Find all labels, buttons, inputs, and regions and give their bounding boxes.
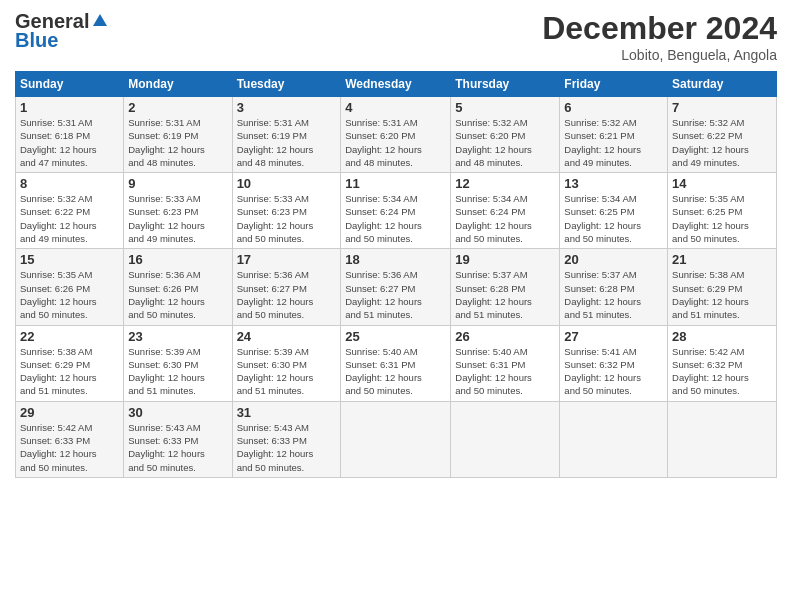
calendar-cell: 24Sunrise: 5:39 AM Sunset: 6:30 PM Dayli… [232, 325, 341, 401]
col-wednesday: Wednesday [341, 72, 451, 97]
day-info: Sunrise: 5:35 AM Sunset: 6:26 PM Dayligh… [20, 268, 119, 321]
day-info: Sunrise: 5:36 AM Sunset: 6:27 PM Dayligh… [237, 268, 337, 321]
day-info: Sunrise: 5:39 AM Sunset: 6:30 PM Dayligh… [128, 345, 227, 398]
calendar-cell: 14Sunrise: 5:35 AM Sunset: 6:25 PM Dayli… [668, 173, 777, 249]
calendar-cell: 28Sunrise: 5:42 AM Sunset: 6:32 PM Dayli… [668, 325, 777, 401]
calendar-cell: 19Sunrise: 5:37 AM Sunset: 6:28 PM Dayli… [451, 249, 560, 325]
day-number: 29 [20, 405, 119, 420]
day-number: 28 [672, 329, 772, 344]
day-info: Sunrise: 5:31 AM Sunset: 6:19 PM Dayligh… [237, 116, 337, 169]
day-number: 17 [237, 252, 337, 267]
day-number: 20 [564, 252, 663, 267]
col-saturday: Saturday [668, 72, 777, 97]
day-number: 9 [128, 176, 227, 191]
day-number: 12 [455, 176, 555, 191]
day-info: Sunrise: 5:33 AM Sunset: 6:23 PM Dayligh… [237, 192, 337, 245]
day-number: 22 [20, 329, 119, 344]
calendar-cell: 3Sunrise: 5:31 AM Sunset: 6:19 PM Daylig… [232, 97, 341, 173]
day-info: Sunrise: 5:38 AM Sunset: 6:29 PM Dayligh… [20, 345, 119, 398]
calendar-cell [341, 401, 451, 477]
calendar-week-row: 22Sunrise: 5:38 AM Sunset: 6:29 PM Dayli… [16, 325, 777, 401]
day-info: Sunrise: 5:34 AM Sunset: 6:25 PM Dayligh… [564, 192, 663, 245]
day-number: 24 [237, 329, 337, 344]
day-info: Sunrise: 5:33 AM Sunset: 6:23 PM Dayligh… [128, 192, 227, 245]
day-number: 10 [237, 176, 337, 191]
calendar-cell: 2Sunrise: 5:31 AM Sunset: 6:19 PM Daylig… [124, 97, 232, 173]
col-monday: Monday [124, 72, 232, 97]
calendar-cell: 5Sunrise: 5:32 AM Sunset: 6:20 PM Daylig… [451, 97, 560, 173]
calendar-cell: 8Sunrise: 5:32 AM Sunset: 6:22 PM Daylig… [16, 173, 124, 249]
day-info: Sunrise: 5:34 AM Sunset: 6:24 PM Dayligh… [345, 192, 446, 245]
day-number: 26 [455, 329, 555, 344]
calendar-cell [560, 401, 668, 477]
day-info: Sunrise: 5:31 AM Sunset: 6:19 PM Dayligh… [128, 116, 227, 169]
calendar-cell: 16Sunrise: 5:36 AM Sunset: 6:26 PM Dayli… [124, 249, 232, 325]
col-friday: Friday [560, 72, 668, 97]
day-info: Sunrise: 5:36 AM Sunset: 6:27 PM Dayligh… [345, 268, 446, 321]
calendar-cell: 18Sunrise: 5:36 AM Sunset: 6:27 PM Dayli… [341, 249, 451, 325]
month-title: December 2024 [542, 10, 777, 47]
day-info: Sunrise: 5:38 AM Sunset: 6:29 PM Dayligh… [672, 268, 772, 321]
title-section: December 2024 Lobito, Benguela, Angola [542, 10, 777, 63]
calendar-cell [451, 401, 560, 477]
day-number: 11 [345, 176, 446, 191]
calendar-cell: 13Sunrise: 5:34 AM Sunset: 6:25 PM Dayli… [560, 173, 668, 249]
day-number: 30 [128, 405, 227, 420]
calendar-cell: 12Sunrise: 5:34 AM Sunset: 6:24 PM Dayli… [451, 173, 560, 249]
day-number: 8 [20, 176, 119, 191]
day-number: 3 [237, 100, 337, 115]
day-info: Sunrise: 5:41 AM Sunset: 6:32 PM Dayligh… [564, 345, 663, 398]
calendar-cell: 17Sunrise: 5:36 AM Sunset: 6:27 PM Dayli… [232, 249, 341, 325]
day-number: 5 [455, 100, 555, 115]
calendar-cell: 31Sunrise: 5:43 AM Sunset: 6:33 PM Dayli… [232, 401, 341, 477]
day-number: 2 [128, 100, 227, 115]
day-info: Sunrise: 5:40 AM Sunset: 6:31 PM Dayligh… [455, 345, 555, 398]
calendar-cell: 21Sunrise: 5:38 AM Sunset: 6:29 PM Dayli… [668, 249, 777, 325]
logo: General Blue [15, 10, 109, 52]
calendar-cell: 6Sunrise: 5:32 AM Sunset: 6:21 PM Daylig… [560, 97, 668, 173]
calendar-cell: 25Sunrise: 5:40 AM Sunset: 6:31 PM Dayli… [341, 325, 451, 401]
day-number: 15 [20, 252, 119, 267]
day-info: Sunrise: 5:42 AM Sunset: 6:32 PM Dayligh… [672, 345, 772, 398]
day-info: Sunrise: 5:32 AM Sunset: 6:22 PM Dayligh… [20, 192, 119, 245]
calendar-week-row: 1Sunrise: 5:31 AM Sunset: 6:18 PM Daylig… [16, 97, 777, 173]
location: Lobito, Benguela, Angola [542, 47, 777, 63]
day-info: Sunrise: 5:42 AM Sunset: 6:33 PM Dayligh… [20, 421, 119, 474]
day-info: Sunrise: 5:37 AM Sunset: 6:28 PM Dayligh… [564, 268, 663, 321]
calendar-cell: 10Sunrise: 5:33 AM Sunset: 6:23 PM Dayli… [232, 173, 341, 249]
day-number: 16 [128, 252, 227, 267]
day-info: Sunrise: 5:43 AM Sunset: 6:33 PM Dayligh… [237, 421, 337, 474]
logo-blue: Blue [15, 29, 58, 52]
day-info: Sunrise: 5:31 AM Sunset: 6:18 PM Dayligh… [20, 116, 119, 169]
calendar-cell: 15Sunrise: 5:35 AM Sunset: 6:26 PM Dayli… [16, 249, 124, 325]
day-number: 4 [345, 100, 446, 115]
day-number: 18 [345, 252, 446, 267]
calendar-cell: 30Sunrise: 5:43 AM Sunset: 6:33 PM Dayli… [124, 401, 232, 477]
day-number: 27 [564, 329, 663, 344]
calendar-cell: 23Sunrise: 5:39 AM Sunset: 6:30 PM Dayli… [124, 325, 232, 401]
calendar-cell [668, 401, 777, 477]
day-number: 25 [345, 329, 446, 344]
calendar-cell: 4Sunrise: 5:31 AM Sunset: 6:20 PM Daylig… [341, 97, 451, 173]
col-thursday: Thursday [451, 72, 560, 97]
day-info: Sunrise: 5:36 AM Sunset: 6:26 PM Dayligh… [128, 268, 227, 321]
day-info: Sunrise: 5:31 AM Sunset: 6:20 PM Dayligh… [345, 116, 446, 169]
day-info: Sunrise: 5:40 AM Sunset: 6:31 PM Dayligh… [345, 345, 446, 398]
calendar-cell: 22Sunrise: 5:38 AM Sunset: 6:29 PM Dayli… [16, 325, 124, 401]
header: General Blue December 2024 Lobito, Bengu… [15, 10, 777, 63]
col-tuesday: Tuesday [232, 72, 341, 97]
calendar-week-row: 8Sunrise: 5:32 AM Sunset: 6:22 PM Daylig… [16, 173, 777, 249]
calendar-cell: 26Sunrise: 5:40 AM Sunset: 6:31 PM Dayli… [451, 325, 560, 401]
logo-icon [91, 12, 109, 30]
day-info: Sunrise: 5:32 AM Sunset: 6:22 PM Dayligh… [672, 116, 772, 169]
day-info: Sunrise: 5:35 AM Sunset: 6:25 PM Dayligh… [672, 192, 772, 245]
calendar-cell: 11Sunrise: 5:34 AM Sunset: 6:24 PM Dayli… [341, 173, 451, 249]
calendar-cell: 1Sunrise: 5:31 AM Sunset: 6:18 PM Daylig… [16, 97, 124, 173]
page-container: General Blue December 2024 Lobito, Bengu… [0, 0, 792, 488]
day-number: 13 [564, 176, 663, 191]
calendar-week-row: 29Sunrise: 5:42 AM Sunset: 6:33 PM Dayli… [16, 401, 777, 477]
day-number: 21 [672, 252, 772, 267]
day-number: 6 [564, 100, 663, 115]
day-info: Sunrise: 5:32 AM Sunset: 6:21 PM Dayligh… [564, 116, 663, 169]
calendar-cell: 9Sunrise: 5:33 AM Sunset: 6:23 PM Daylig… [124, 173, 232, 249]
